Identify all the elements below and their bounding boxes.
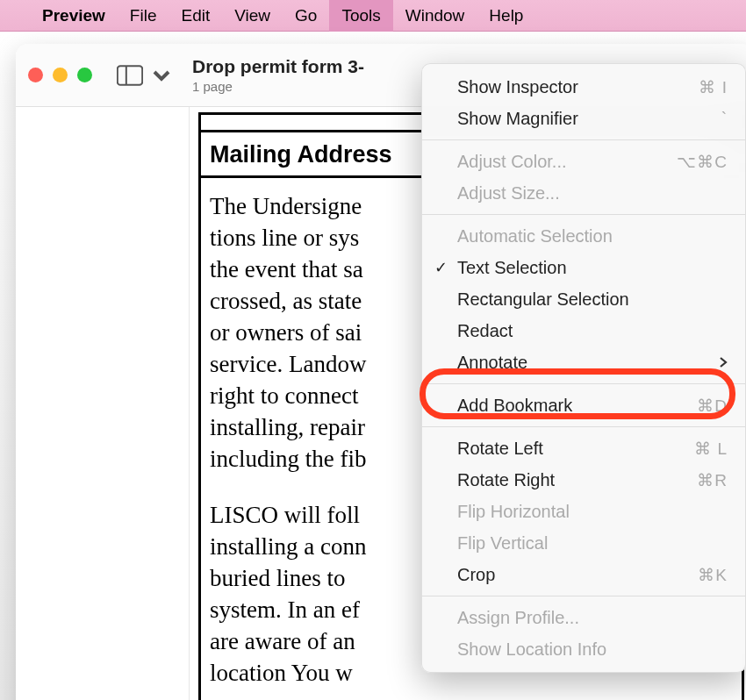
window-controls [28,68,92,82]
menu-help[interactable]: Help [477,0,535,32]
chevron-right-icon [719,353,728,373]
shortcut: ⌘R [697,470,728,490]
menu-item-assign-profile: Assign Profile... [422,602,745,633]
sidebar-toggle-button[interactable] [117,65,175,86]
menu-window[interactable]: Window [393,0,477,32]
menu-separator [422,596,745,596]
menu-item-flip-horizontal: Flip Horizontal [422,496,745,527]
menubar: Preview File Edit View Go Tools Window H… [0,0,746,32]
title-block: Drop permit form 3- 1 page [192,56,364,94]
tools-menu: Show Inspector⌘ I Show Magnifier` Adjust… [421,63,746,673]
menu-item-adjust-color: Adjust Color...⌥⌘C [422,146,745,177]
menu-item-crop[interactable]: Crop⌘K [422,559,745,590]
document-title: Drop permit form 3- [192,56,364,77]
shortcut: ⌘K [698,565,728,585]
menu-item-automatic-selection: Automatic Selection [422,220,745,252]
menu-item-show-magnifier[interactable]: Show Magnifier` [422,103,745,134]
shortcut: ` [721,109,728,128]
shortcut: ⌘D [697,396,728,416]
menu-item-adjust-size: Adjust Size... [422,177,745,209]
menu-item-flip-vertical: Flip Vertical [422,527,745,559]
checkmark-icon: ✓ [434,258,448,277]
shortcut: ⌥⌘C [677,152,728,172]
menu-separator [422,383,745,384]
svg-rect-0 [118,66,142,85]
menu-item-redact[interactable]: Redact [422,315,745,346]
menu-item-annotate[interactable]: Annotate [422,346,745,378]
menu-item-show-inspector[interactable]: Show Inspector⌘ I [422,71,745,103]
chevron-down-icon [148,65,175,86]
shortcut: ⌘ L [694,439,728,459]
fullscreen-button[interactable] [77,68,92,82]
menu-separator [422,426,745,427]
document-subtitle: 1 page [192,79,364,94]
close-button[interactable] [28,68,43,82]
menu-go[interactable]: Go [283,0,329,32]
sidebar-icon [117,65,143,86]
menu-item-rotate-right[interactable]: Rotate Right⌘R [422,464,745,496]
menu-item-rectangular-selection[interactable]: Rectangular Selection [422,283,745,315]
menu-app[interactable]: Preview [30,0,118,32]
menu-separator [422,139,745,140]
main-area: Drop permit form 3- 1 page Mailing Addre… [0,32,746,700]
left-gutter [16,107,190,700]
menu-item-show-location: Show Location Info [422,633,745,665]
menu-item-rotate-left[interactable]: Rotate Left⌘ L [422,432,745,464]
menu-separator [422,214,745,215]
minimize-button[interactable] [53,68,68,82]
menu-edit[interactable]: Edit [169,0,222,32]
menu-item-add-bookmark[interactable]: Add Bookmark⌘D [422,389,745,421]
menu-item-text-selection[interactable]: ✓Text Selection [422,252,745,283]
shortcut: ⌘ I [699,77,728,97]
menu-tools[interactable]: Tools [329,0,392,32]
menu-file[interactable]: File [118,0,169,32]
menu-view[interactable]: View [222,0,283,32]
